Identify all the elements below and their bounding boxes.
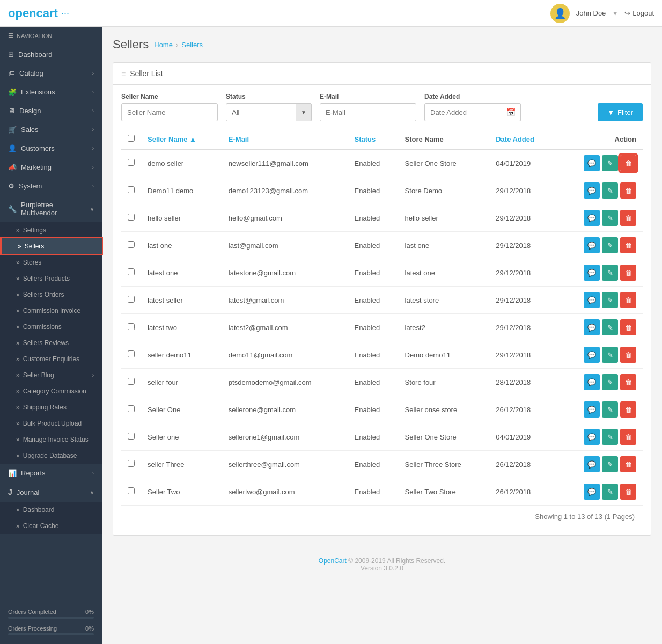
sidebar-item-design[interactable]: 🖥 Design › xyxy=(0,101,102,120)
row-checkbox[interactable] xyxy=(128,350,135,357)
view-button[interactable]: 💬 xyxy=(584,429,600,445)
edit-button[interactable]: ✎ xyxy=(602,429,618,445)
sidebar-sub-item-sellers-orders[interactable]: » Sellers Orders xyxy=(0,287,102,303)
calendar-icon[interactable]: 📅 xyxy=(502,103,521,121)
sidebar-item-dashboard[interactable]: ⊞ Dashboard xyxy=(0,45,102,64)
delete-button[interactable]: 🗑 xyxy=(620,484,636,500)
delete-button[interactable]: 🗑 xyxy=(620,456,636,472)
delete-button[interactable]: 🗑 xyxy=(620,429,636,445)
view-button[interactable]: 💬 xyxy=(584,374,600,390)
sidebar-sub-item-seller-blog[interactable]: » Seller Blog › xyxy=(0,367,102,383)
footer-link[interactable]: OpenCart xyxy=(319,557,347,565)
row-check-cell xyxy=(121,341,141,369)
page-footer: OpenCart © 2009-2019 All Rights Reserved… xyxy=(113,546,651,583)
sidebar-sub-item-shipping-rates[interactable]: » Shipping Rates xyxy=(0,399,102,415)
row-checkbox[interactable] xyxy=(128,296,135,303)
view-button[interactable]: 💬 xyxy=(584,155,600,171)
view-button[interactable]: 💬 xyxy=(584,347,600,363)
col-status[interactable]: Status xyxy=(348,129,398,149)
row-checkbox[interactable] xyxy=(128,433,135,440)
delete-button[interactable]: 🗑 xyxy=(620,155,636,171)
status-select[interactable]: All Enabled Disabled xyxy=(226,103,312,121)
sidebar-item-reports[interactable]: 📊 Reports › xyxy=(0,464,102,482)
table-row: last one last@gmail.com Enabled last one… xyxy=(121,232,643,259)
view-button[interactable]: 💬 xyxy=(584,210,600,226)
col-action: Action xyxy=(557,129,643,149)
sidebar-sub-item-customer-enquiries[interactable]: » Customer Enquiries xyxy=(0,351,102,367)
delete-button[interactable]: 🗑 xyxy=(620,265,636,281)
view-button[interactable]: 💬 xyxy=(584,182,600,199)
sidebar-sub-item-bulk-product-upload[interactable]: » Bulk Product Upload xyxy=(0,415,102,431)
sidebar-sub-item-manage-invoice-status[interactable]: » Manage Invoice Status xyxy=(0,431,102,448)
sidebar-item-journal[interactable]: J Journal ∨ xyxy=(0,482,102,502)
view-button[interactable]: 💬 xyxy=(584,401,600,418)
row-checkbox[interactable] xyxy=(128,460,135,467)
extensions-icon: 🧩 xyxy=(8,88,17,96)
view-button[interactable]: 💬 xyxy=(584,237,600,253)
sidebar-item-system[interactable]: ⚙ System › xyxy=(0,177,102,195)
sidebar-sub-item-category-commission[interactable]: » Category Commission xyxy=(0,383,102,399)
col-email[interactable]: E-Mail xyxy=(222,129,348,149)
view-button[interactable]: 💬 xyxy=(584,484,600,500)
sidebar-sub-item-sellers-reviews[interactable]: » Sellers Reviews xyxy=(0,335,102,351)
delete-button[interactable]: 🗑 xyxy=(620,292,636,308)
sidebar-sub-item-commissions[interactable]: » Commissions xyxy=(0,319,102,335)
delete-button[interactable]: 🗑 xyxy=(620,319,636,335)
row-checkbox[interactable] xyxy=(128,268,135,275)
delete-button[interactable]: 🗑 xyxy=(620,374,636,390)
view-button[interactable]: 💬 xyxy=(584,265,600,281)
edit-button[interactable]: ✎ xyxy=(602,374,618,390)
edit-button[interactable]: ✎ xyxy=(602,292,618,308)
row-checkbox[interactable] xyxy=(128,323,135,330)
sidebar-sub-item-commission-invoice[interactable]: » Commission Invoice xyxy=(0,303,102,319)
seller-name-input[interactable] xyxy=(121,103,218,121)
edit-button[interactable]: ✎ xyxy=(602,401,618,418)
edit-button[interactable]: ✎ xyxy=(602,456,618,472)
edit-button[interactable]: ✎ xyxy=(602,347,618,363)
sidebar-item-purpletree[interactable]: 🔧 Purpletree Multivendor ∨ xyxy=(0,195,102,222)
delete-button[interactable]: 🗑 xyxy=(620,401,636,418)
delete-button[interactable]: 🗑 xyxy=(620,182,636,199)
breadcrumb-current[interactable]: Sellers xyxy=(181,41,203,49)
view-button[interactable]: 💬 xyxy=(584,456,600,472)
row-checkbox[interactable] xyxy=(128,159,135,166)
edit-button[interactable]: ✎ xyxy=(602,265,618,281)
sidebar-item-marketing[interactable]: 📣 Marketing › xyxy=(0,158,102,177)
email-input[interactable] xyxy=(320,103,416,121)
delete-button[interactable]: 🗑 xyxy=(620,210,636,226)
edit-button[interactable]: ✎ xyxy=(602,155,618,171)
row-checkbox[interactable] xyxy=(128,487,135,494)
sidebar-sub-item-settings[interactable]: » Settings xyxy=(0,222,102,238)
sidebar-sub-item-sellers-products[interactable]: » Sellers Products xyxy=(0,270,102,287)
sidebar-item-catalog[interactable]: 🏷 Catalog › xyxy=(0,64,102,83)
delete-button[interactable]: 🗑 xyxy=(620,347,636,363)
sidebar-sub-item-stores[interactable]: » Stores xyxy=(0,254,102,270)
row-checkbox[interactable] xyxy=(128,405,135,412)
edit-button[interactable]: ✎ xyxy=(602,237,618,253)
check-all[interactable] xyxy=(128,135,135,142)
sidebar-item-customers[interactable]: 👤 Customers › xyxy=(0,139,102,158)
delete-button[interactable]: 🗑 xyxy=(620,237,636,253)
sidebar-item-extensions[interactable]: 🧩 Extensions › xyxy=(0,83,102,101)
sidebar-sub-item-sellers[interactable]: » Sellers xyxy=(0,238,102,254)
edit-button[interactable]: ✎ xyxy=(602,182,618,199)
edit-button[interactable]: ✎ xyxy=(602,484,618,500)
row-checkbox[interactable] xyxy=(128,241,135,248)
row-checkbox[interactable] xyxy=(128,214,135,221)
logout-button[interactable]: ↪ Logout xyxy=(624,9,654,17)
view-button[interactable]: 💬 xyxy=(584,292,600,308)
edit-button[interactable]: ✎ xyxy=(602,319,618,335)
row-checkbox[interactable] xyxy=(128,378,135,385)
view-button[interactable]: 💬 xyxy=(584,319,600,335)
breadcrumb-home[interactable]: Home xyxy=(154,41,173,49)
sidebar-sub-item-clear-cache[interactable]: » Clear Cache xyxy=(0,518,102,534)
col-date-added[interactable]: Date Added xyxy=(489,129,557,149)
sidebar-item-sales[interactable]: 🛒 Sales › xyxy=(0,120,102,139)
filter-button[interactable]: ▼ Filter xyxy=(598,103,643,121)
sidebar-sub-item-journal-dashboard[interactable]: » Dashboard xyxy=(0,502,102,518)
col-seller-name[interactable]: Seller Name ▲ xyxy=(141,129,222,149)
sidebar-sub-item-upgrade-database[interactable]: » Upgrade Database xyxy=(0,448,102,464)
user-chevron-icon[interactable]: ▼ xyxy=(612,10,618,17)
edit-button[interactable]: ✎ xyxy=(602,210,618,226)
row-checkbox[interactable] xyxy=(128,186,135,193)
